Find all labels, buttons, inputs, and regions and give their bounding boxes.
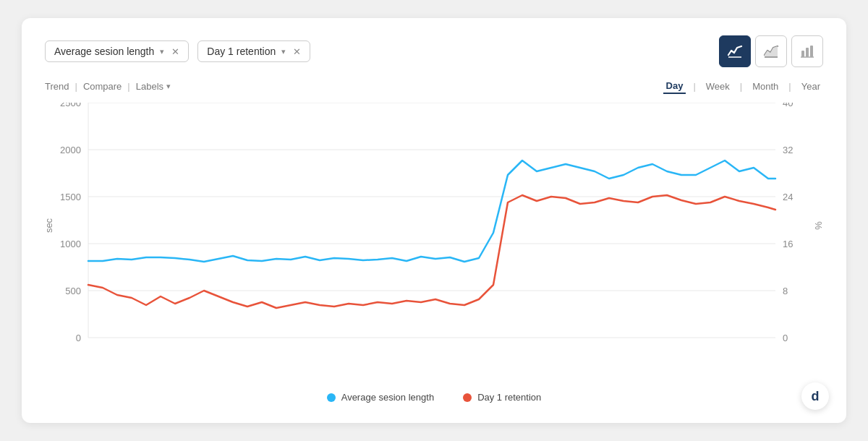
svg-text:1000: 1000: [60, 239, 81, 249]
legend-retention-label: Day 1 retention: [477, 392, 541, 403]
compare-btn[interactable]: Compare: [83, 81, 122, 92]
sub-left-controls: Trend | Compare | Labels ▾: [45, 81, 171, 92]
svg-text:1500: 1500: [60, 192, 81, 202]
line-trend-icon: [727, 43, 743, 59]
chart-card: Average sesion length ▾ ✕ Day 1 retentio…: [22, 18, 846, 423]
sub-bar: Trend | Compare | Labels ▾ Day | Week | …: [45, 79, 823, 94]
legend-avg-label: Average sesion length: [341, 392, 434, 403]
labels-label: Labels: [136, 81, 163, 92]
sep4: |: [737, 80, 745, 93]
sep2: |: [127, 81, 129, 92]
blue-line: [88, 160, 775, 262]
trend-btn[interactable]: Trend: [45, 81, 69, 92]
filter-day-retention-chevron[interactable]: ▾: [281, 47, 286, 56]
year-btn[interactable]: Year: [799, 80, 823, 93]
svg-text:2500: 2500: [60, 103, 81, 108]
legend: Average sesion length Day 1 retention: [45, 392, 823, 403]
labels-btn[interactable]: Labels ▾: [136, 81, 171, 92]
svg-text:40: 40: [783, 103, 793, 108]
svg-text:24: 24: [783, 192, 793, 202]
svg-rect-4: [810, 46, 813, 57]
svg-text:0: 0: [783, 333, 788, 343]
svg-text:sec: sec: [45, 218, 54, 233]
filter-avg-session-label: Average sesion length: [54, 46, 154, 57]
bar-chart-icon: [799, 43, 815, 59]
svg-rect-3: [806, 48, 809, 57]
sep5: |: [786, 80, 793, 93]
day-btn[interactable]: Day: [663, 79, 686, 94]
sep1: |: [75, 81, 77, 92]
filter-avg-session[interactable]: Average sesion length ▾ ✕: [45, 40, 189, 62]
chart-type-icons: [719, 35, 823, 67]
logo-badge: d: [801, 382, 829, 410]
labels-chevron: ▾: [166, 82, 171, 91]
area-chart-icon-btn[interactable]: [755, 35, 787, 67]
svg-rect-2: [801, 51, 804, 57]
filters-container: Average sesion length ▾ ✕ Day 1 retentio…: [45, 40, 310, 62]
filter-day-retention-label: Day 1 retention: [207, 46, 276, 57]
area-chart-icon: [763, 43, 779, 59]
line-trend-icon-btn[interactable]: [719, 35, 751, 67]
week-btn[interactable]: Week: [703, 80, 733, 93]
legend-avg-session: Average sesion length: [327, 392, 434, 403]
filter-avg-session-close[interactable]: ✕: [171, 46, 179, 57]
month-btn[interactable]: Month: [749, 80, 781, 93]
chart-area: 2500 2000 1500 1000 500 0 sec 40 32 24 1…: [45, 103, 823, 385]
svg-text:500: 500: [65, 286, 81, 296]
red-line: [88, 195, 775, 308]
legend-day-retention: Day 1 retention: [463, 392, 541, 403]
filter-day-retention-close[interactable]: ✕: [293, 46, 301, 57]
filter-day-retention[interactable]: Day 1 retention ▾ ✕: [197, 40, 310, 62]
sep3: |: [690, 80, 698, 93]
svg-text:0: 0: [76, 333, 81, 343]
logo-letter: d: [812, 389, 820, 404]
bar-chart-icon-btn[interactable]: [791, 35, 823, 67]
svg-text:32: 32: [783, 145, 793, 155]
svg-text:%: %: [813, 221, 823, 230]
chart-svg: 2500 2000 1500 1000 500 0 sec 40 32 24 1…: [45, 103, 823, 385]
legend-dot-retention: [463, 393, 472, 402]
svg-text:16: 16: [783, 239, 793, 249]
legend-dot-avg: [327, 393, 336, 402]
svg-text:2000: 2000: [60, 145, 81, 155]
svg-text:8: 8: [783, 286, 788, 296]
top-bar: Average sesion length ▾ ✕ Day 1 retentio…: [45, 35, 823, 67]
filter-avg-session-chevron[interactable]: ▾: [160, 47, 164, 56]
time-range-controls: Day | Week | Month | Year: [663, 79, 823, 94]
